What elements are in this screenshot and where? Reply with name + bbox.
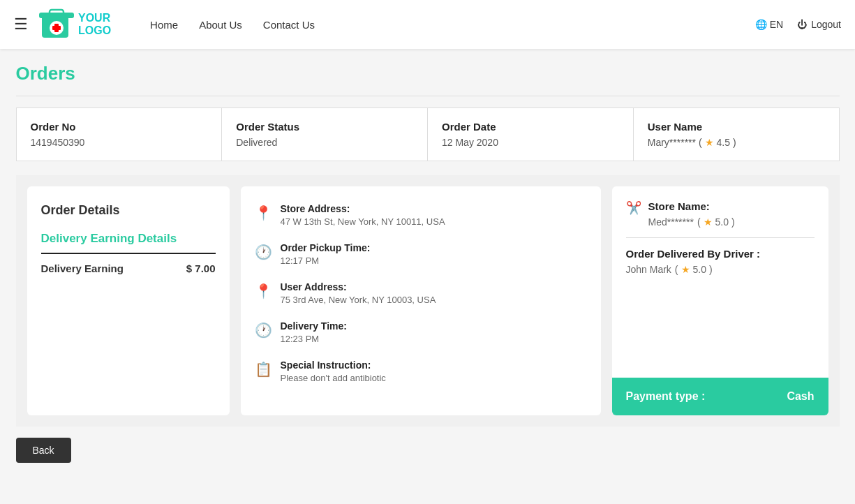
fork-knife-icon: ✂️ xyxy=(626,200,641,216)
pickup-time-value: 12:17 PM xyxy=(281,255,371,266)
details-section: Order Details Delivery Earning Details D… xyxy=(16,175,840,427)
logout-icon: ⏻ xyxy=(797,19,807,30)
user-name-cell: User Name Mary******* (★ 4.5) xyxy=(634,108,839,161)
left-panel: Order Details Delivery Earning Details D… xyxy=(27,186,230,415)
page-title: Orders xyxy=(16,63,840,84)
delivery-earning-value: $ 7.00 xyxy=(186,262,216,274)
store-address-label: Store Address: xyxy=(281,203,445,214)
user-name-label: User Name xyxy=(648,121,825,133)
store-address-value: 47 W 13th St, New York, NY 10011, USA xyxy=(281,216,445,227)
order-status-value: Delivered xyxy=(236,137,413,148)
order-no-label: Order No xyxy=(31,121,208,133)
page-content: Orders Order No 1419450390 Order Status … xyxy=(2,49,854,477)
order-summary-table: Order No 1419450390 Order Status Deliver… xyxy=(16,108,840,161)
navbar-left: ☰ YOUR LOGO Home About Us Contact Us xyxy=(14,7,315,42)
logout-label: Logout xyxy=(811,19,841,30)
special-instruction-row: 📋 Special Instruction: Please don't add … xyxy=(255,360,587,383)
pickup-time-content: Order Pickup Time: 12:17 PM xyxy=(281,242,371,266)
order-date-label: Order Date xyxy=(442,121,619,133)
user-location-icon: 📍 xyxy=(255,283,272,299)
delivery-clock-icon: 🕐 xyxy=(255,322,272,339)
language-label: EN xyxy=(770,19,783,30)
svg-rect-5 xyxy=(52,26,61,30)
bottom-bar: Back xyxy=(16,427,840,463)
user-address-value: 75 3rd Ave, New York, NY 10003, USA xyxy=(281,295,436,305)
star-icon: ★ xyxy=(705,137,714,148)
instruction-icon: 📋 xyxy=(255,361,272,378)
order-date-cell: Order Date 12 May 2020 xyxy=(428,108,634,161)
payment-type-value: Cash xyxy=(787,390,814,403)
order-no-cell: Order No 1419450390 xyxy=(17,108,223,161)
delivery-earning-label: Delivery Earning xyxy=(41,262,124,274)
delivery-time-row: 🕐 Delivery Time: 12:23 PM xyxy=(255,320,587,344)
logo-text: YOUR LOGO xyxy=(78,12,111,36)
driver-section: Order Delivered By Driver : John Mark (★… xyxy=(626,248,815,275)
user-address-row: 📍 User Address: 75 3rd Ave, New York, NY… xyxy=(255,281,587,305)
clock-icon: 🕐 xyxy=(255,244,272,260)
special-instruction-value: Please don't add antibiotic xyxy=(281,373,386,383)
special-instruction-label: Special Instruction: xyxy=(281,360,386,371)
logout-button[interactable]: ⏻ Logout xyxy=(797,19,841,30)
logo-icon xyxy=(39,7,74,42)
nav-about[interactable]: About Us xyxy=(199,19,242,31)
pickup-time-label: Order Pickup Time: xyxy=(281,242,371,253)
delivery-earning-row: Delivery Earning $ 7.00 xyxy=(41,253,216,274)
order-no-value: 1419450390 xyxy=(31,137,208,148)
hamburger-icon[interactable]: ☰ xyxy=(14,15,28,34)
navbar-nav: Home About Us Contact Us xyxy=(150,19,315,31)
order-date-value: 12 May 2020 xyxy=(442,137,619,148)
special-instruction-content: Special Instruction: Please don't add an… xyxy=(281,360,386,383)
driver-star-icon: ★ xyxy=(681,264,690,275)
store-star-icon: ★ xyxy=(704,216,713,228)
store-info: Store Name: Med******* (★ 5.0) xyxy=(648,200,735,228)
user-name-value: Mary******* (★ 4.5) xyxy=(648,137,825,148)
middle-panel: 📍 Store Address: 47 W 13th St, New York,… xyxy=(241,186,601,415)
user-rating: (★ 4.5) xyxy=(699,137,736,148)
logo-container: YOUR LOGO xyxy=(39,7,111,42)
driver-rating: (★ 5.0) xyxy=(675,264,713,275)
delivery-time-content: Delivery Time: 12:23 PM xyxy=(281,320,347,344)
back-button[interactable]: Back xyxy=(16,438,71,463)
store-address-content: Store Address: 47 W 13th St, New York, N… xyxy=(281,203,445,227)
navbar-right: 🌐 EN ⏻ Logout xyxy=(755,19,841,30)
payment-type-label: Payment type : xyxy=(626,390,706,403)
globe-icon: 🌐 xyxy=(755,19,767,30)
driver-label: Order Delivered By Driver : xyxy=(626,248,815,260)
order-status-cell: Order Status Delivered xyxy=(222,108,428,161)
store-section: ✂️ Store Name: Med******* (★ 5.0) xyxy=(626,200,815,238)
nav-home[interactable]: Home xyxy=(150,19,178,31)
language-button[interactable]: 🌐 EN xyxy=(755,19,783,30)
user-address-content: User Address: 75 3rd Ave, New York, NY 1… xyxy=(281,281,436,305)
user-address-label: User Address: xyxy=(281,281,436,292)
driver-value: John Mark (★ 5.0) xyxy=(626,264,815,275)
delivery-time-label: Delivery Time: xyxy=(281,320,347,332)
store-address-row: 📍 Store Address: 47 W 13th St, New York,… xyxy=(255,203,587,227)
location-icon: 📍 xyxy=(255,205,272,221)
store-name-value: Med******* (★ 5.0) xyxy=(648,216,735,228)
svg-rect-2 xyxy=(39,13,74,18)
store-rating: (★ 5.0) xyxy=(697,216,735,228)
payment-type-button[interactable]: Payment type : Cash xyxy=(612,378,828,415)
order-details-title: Order Details xyxy=(41,203,216,218)
right-panel-content: ✂️ Store Name: Med******* (★ 5.0) xyxy=(626,200,815,364)
delivery-time-value: 12:23 PM xyxy=(281,334,347,344)
order-status-label: Order Status xyxy=(236,121,413,133)
store-name-label: Store Name: xyxy=(648,200,735,212)
navbar: ☰ YOUR LOGO Home About Us Contact Us 🌐 xyxy=(0,0,855,49)
right-panel: ✂️ Store Name: Med******* (★ 5.0) xyxy=(612,186,828,415)
pickup-time-row: 🕐 Order Pickup Time: 12:17 PM xyxy=(255,242,587,266)
delivery-earning-title: Delivery Earning Details xyxy=(41,232,216,246)
nav-contact[interactable]: Contact Us xyxy=(263,19,315,31)
